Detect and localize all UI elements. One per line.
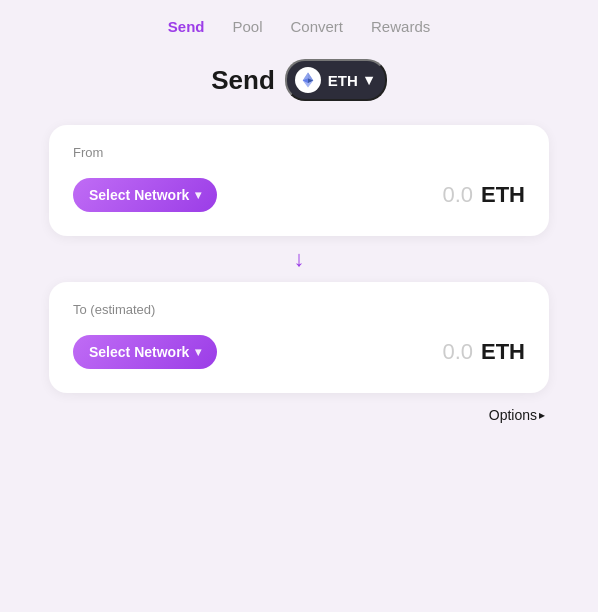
to-amount-token: ETH	[481, 339, 525, 365]
direction-arrow-container: ↓	[294, 236, 305, 282]
page-title: Send	[211, 65, 275, 96]
page-title-row: Send ETH ▾	[211, 59, 387, 101]
options-link[interactable]: Options ▸	[489, 407, 545, 423]
main-nav: Send Pool Convert Rewards	[0, 0, 598, 49]
from-amount-number: 0.0	[442, 182, 473, 208]
from-amount-token: ETH	[481, 182, 525, 208]
from-select-network-button[interactable]: Select Network ▾	[73, 178, 217, 212]
to-select-network-button[interactable]: Select Network ▾	[73, 335, 217, 369]
to-amount-number: 0.0	[442, 339, 473, 365]
options-row: Options ▸	[49, 393, 549, 423]
direction-arrow-down-icon: ↓	[294, 246, 305, 272]
nav-send[interactable]: Send	[168, 18, 205, 35]
options-arrow-icon: ▸	[539, 408, 545, 422]
from-amount-display: 0.0 ETH	[442, 182, 525, 208]
from-card-content: Select Network ▾ 0.0 ETH	[73, 178, 525, 212]
to-amount-display: 0.0 ETH	[442, 339, 525, 365]
token-symbol: ETH	[328, 72, 358, 89]
to-card-content: Select Network ▾ 0.0 ETH	[73, 335, 525, 369]
nav-pool[interactable]: Pool	[232, 18, 262, 35]
token-dropdown-arrow: ▾	[365, 71, 373, 89]
nav-rewards[interactable]: Rewards	[371, 18, 430, 35]
from-card: From Select Network ▾ 0.0 ETH	[49, 125, 549, 236]
from-label: From	[73, 145, 525, 160]
from-select-network-label: Select Network	[89, 187, 189, 203]
nav-convert[interactable]: Convert	[291, 18, 344, 35]
eth-icon	[295, 67, 321, 93]
options-label: Options	[489, 407, 537, 423]
to-network-chevron: ▾	[195, 345, 201, 359]
to-card: To (estimated) Select Network ▾ 0.0 ETH	[49, 282, 549, 393]
token-selector-button[interactable]: ETH ▾	[285, 59, 387, 101]
to-select-network-label: Select Network	[89, 344, 189, 360]
to-label: To (estimated)	[73, 302, 525, 317]
from-network-chevron: ▾	[195, 188, 201, 202]
